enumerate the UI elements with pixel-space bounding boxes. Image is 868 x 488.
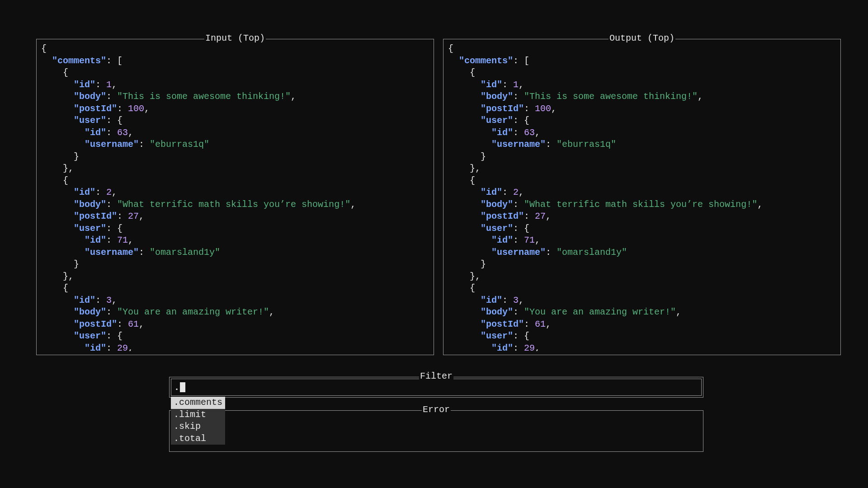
output-panel-title: Output (Top) xyxy=(609,33,675,43)
error-text xyxy=(174,414,698,448)
autocomplete-popup[interactable]: .comments.limit.skip.total xyxy=(171,397,225,445)
output-panel[interactable]: Output (Top) { "comments": [ { "id": 1, … xyxy=(443,39,841,355)
error-panel: Error xyxy=(169,410,703,452)
input-panel-title: Input (Top) xyxy=(204,33,266,43)
error-panel-title: Error xyxy=(422,404,451,415)
output-json: { "comments": [ { "id": 1, "body": "This… xyxy=(448,43,836,351)
filter-panel-title: Filter xyxy=(419,371,453,381)
filter-panel: Filter . xyxy=(169,377,703,398)
autocomplete-item[interactable]: .skip xyxy=(171,421,225,433)
input-panel[interactable]: Input (Top) { "comments": [ { "id": 1, "… xyxy=(36,39,434,355)
text-cursor xyxy=(180,382,185,392)
autocomplete-item[interactable]: .limit xyxy=(171,409,225,421)
filter-input[interactable]: . xyxy=(174,381,698,394)
input-json: { "comments": [ { "id": 1, "body": "This… xyxy=(41,43,429,351)
filter-input-text: . xyxy=(174,382,179,393)
autocomplete-item[interactable]: .comments xyxy=(171,397,225,409)
autocomplete-item[interactable]: .total xyxy=(171,433,225,445)
